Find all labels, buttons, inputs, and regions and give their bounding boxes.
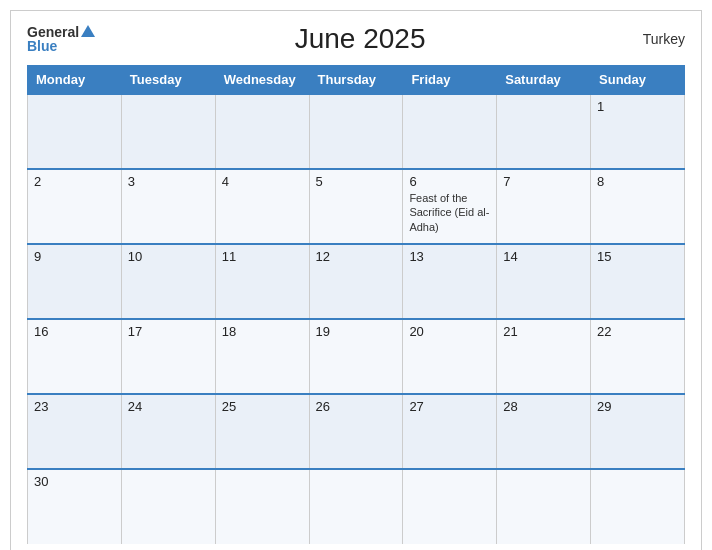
calendar-cell	[28, 94, 122, 169]
calendar-wrapper: General Blue June 2025 Turkey MondayTues…	[10, 10, 702, 550]
calendar-cell	[591, 469, 685, 544]
calendar-cell: 18	[215, 319, 309, 394]
day-number: 12	[316, 249, 397, 264]
day-number: 15	[597, 249, 678, 264]
calendar-cell: 21	[497, 319, 591, 394]
day-number: 28	[503, 399, 584, 414]
calendar-cell	[121, 94, 215, 169]
calendar-cell	[121, 469, 215, 544]
day-number: 14	[503, 249, 584, 264]
calendar-cell: 1	[591, 94, 685, 169]
calendar-cell: 22	[591, 319, 685, 394]
calendar-cell: 25	[215, 394, 309, 469]
day-number: 8	[597, 174, 678, 189]
calendar-cell: 29	[591, 394, 685, 469]
calendar-cell: 7	[497, 169, 591, 244]
day-number: 16	[34, 324, 115, 339]
calendar-cell: 27	[403, 394, 497, 469]
event-text: Feast of the Sacrifice (Eid al-Adha)	[409, 192, 489, 233]
calendar-cell: 13	[403, 244, 497, 319]
weekday-header-tuesday: Tuesday	[121, 66, 215, 95]
day-number: 20	[409, 324, 490, 339]
week-row-6: 30	[28, 469, 685, 544]
day-number: 1	[597, 99, 678, 114]
week-row-2: 23456Feast of the Sacrifice (Eid al-Adha…	[28, 169, 685, 244]
weekday-header-row: MondayTuesdayWednesdayThursdayFridaySatu…	[28, 66, 685, 95]
calendar-cell	[497, 469, 591, 544]
calendar-cell: 11	[215, 244, 309, 319]
day-number: 26	[316, 399, 397, 414]
calendar-cell	[215, 94, 309, 169]
day-number: 13	[409, 249, 490, 264]
calendar-cell: 23	[28, 394, 122, 469]
calendar-title: June 2025	[95, 23, 625, 55]
calendar-cell: 8	[591, 169, 685, 244]
logo-blue-text: Blue	[27, 39, 57, 53]
logo: General Blue	[27, 25, 95, 53]
weekday-header-saturday: Saturday	[497, 66, 591, 95]
day-number: 25	[222, 399, 303, 414]
calendar-cell	[497, 94, 591, 169]
day-number: 5	[316, 174, 397, 189]
calendar-cell: 19	[309, 319, 403, 394]
weekday-header-sunday: Sunday	[591, 66, 685, 95]
day-number: 2	[34, 174, 115, 189]
day-number: 21	[503, 324, 584, 339]
calendar-table: MondayTuesdayWednesdayThursdayFridaySatu…	[27, 65, 685, 544]
calendar-cell: 4	[215, 169, 309, 244]
calendar-cell: 14	[497, 244, 591, 319]
day-number: 4	[222, 174, 303, 189]
day-number: 3	[128, 174, 209, 189]
calendar-cell: 17	[121, 319, 215, 394]
day-number: 6	[409, 174, 490, 189]
calendar-cell: 12	[309, 244, 403, 319]
calendar-cell	[403, 94, 497, 169]
calendar-cell: 20	[403, 319, 497, 394]
day-number: 30	[34, 474, 115, 489]
calendar-cell: 2	[28, 169, 122, 244]
calendar-cell: 10	[121, 244, 215, 319]
logo-triangle-icon	[81, 25, 95, 37]
calendar-cell	[215, 469, 309, 544]
day-number: 24	[128, 399, 209, 414]
week-row-1: 1	[28, 94, 685, 169]
country-label: Turkey	[625, 31, 685, 47]
calendar-cell: 26	[309, 394, 403, 469]
calendar-cell: 5	[309, 169, 403, 244]
calendar-cell: 6Feast of the Sacrifice (Eid al-Adha)	[403, 169, 497, 244]
day-number: 11	[222, 249, 303, 264]
day-number: 23	[34, 399, 115, 414]
weekday-header-monday: Monday	[28, 66, 122, 95]
calendar-cell	[309, 94, 403, 169]
day-number: 18	[222, 324, 303, 339]
calendar-cell: 24	[121, 394, 215, 469]
week-row-5: 23242526272829	[28, 394, 685, 469]
day-number: 29	[597, 399, 678, 414]
day-number: 17	[128, 324, 209, 339]
calendar-cell: 28	[497, 394, 591, 469]
calendar-cell	[403, 469, 497, 544]
day-number: 27	[409, 399, 490, 414]
day-number: 22	[597, 324, 678, 339]
calendar-cell: 15	[591, 244, 685, 319]
calendar-cell: 3	[121, 169, 215, 244]
logo-general-text: General	[27, 25, 79, 39]
day-number: 7	[503, 174, 584, 189]
header-row: General Blue June 2025 Turkey	[27, 23, 685, 55]
weekday-header-thursday: Thursday	[309, 66, 403, 95]
calendar-cell: 30	[28, 469, 122, 544]
calendar-cell	[309, 469, 403, 544]
weekday-header-friday: Friday	[403, 66, 497, 95]
calendar-cell: 16	[28, 319, 122, 394]
calendar-cell: 9	[28, 244, 122, 319]
day-number: 10	[128, 249, 209, 264]
weekday-header-wednesday: Wednesday	[215, 66, 309, 95]
week-row-3: 9101112131415	[28, 244, 685, 319]
day-number: 9	[34, 249, 115, 264]
day-number: 19	[316, 324, 397, 339]
week-row-4: 16171819202122	[28, 319, 685, 394]
